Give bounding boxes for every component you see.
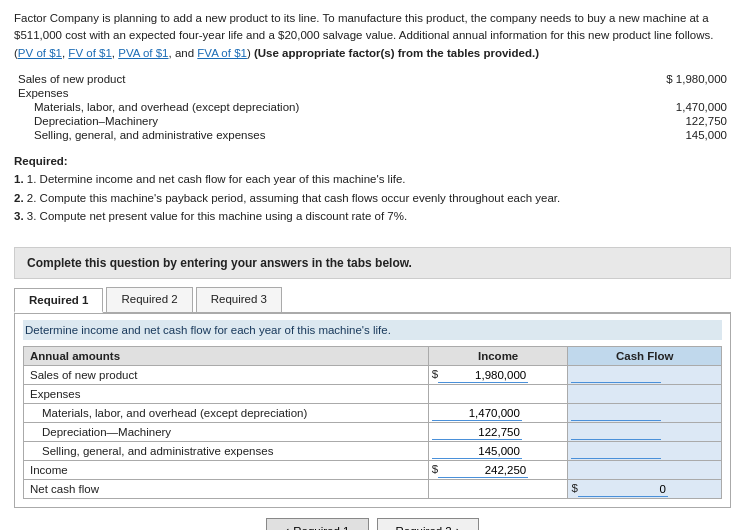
row-income-cashflow: [568, 461, 722, 480]
forward-button[interactable]: Required 2 ›: [377, 518, 479, 530]
col-header-income: Income: [428, 347, 568, 366]
row-netcash-label: Net cash flow: [24, 480, 429, 499]
income-income-input[interactable]: [438, 463, 528, 478]
materials-income-input[interactable]: [432, 406, 522, 421]
netcash-cashflow-input[interactable]: [578, 482, 668, 497]
tab-required-1[interactable]: Required 1: [14, 288, 103, 313]
complete-box-text: Complete this question by entering your …: [27, 256, 412, 270]
pva-link[interactable]: PVA of $1: [118, 47, 168, 59]
row-depreciation-label: Depreciation—Machinery: [24, 423, 429, 442]
instruction-bold: (Use appropriate factor(s) from the tabl…: [254, 47, 539, 59]
table-row: Selling, general, and administrative exp…: [24, 442, 722, 461]
materials-label: Materials, labor, and overhead (except d…: [14, 100, 544, 114]
tab-instruction-text: Determine income and net cash flow for e…: [25, 324, 391, 336]
col-header-cashflow: Cash Flow: [568, 347, 722, 366]
table-row: Materials, labor, and overhead (except d…: [24, 404, 722, 423]
sales-value: $ 1,980,000: [544, 72, 731, 86]
selling-cashflow-input[interactable]: [571, 444, 661, 459]
bottom-nav: ‹ Required 1 Required 2 ›: [14, 518, 731, 530]
materials-value: 1,470,000: [544, 100, 731, 114]
required-section: Required: 1. 1. Determine income and net…: [14, 152, 731, 226]
row-selling-income[interactable]: [428, 442, 568, 461]
row-sales-income[interactable]: $: [428, 366, 568, 385]
required-1-text: 1. Determine income and net cash flow fo…: [27, 173, 406, 185]
col-header-annual: Annual amounts: [24, 347, 429, 366]
sales-income-input[interactable]: [438, 368, 528, 383]
tabs-bar: Required 1 Required 2 Required 3: [14, 287, 731, 314]
row-selling-label: Selling, general, and administrative exp…: [24, 442, 429, 461]
tab-content: Determine income and net cash flow for e…: [14, 314, 731, 508]
depreciation-income-input[interactable]: [432, 425, 522, 440]
fva-link[interactable]: FVA of $1: [197, 47, 247, 59]
selling-income-input[interactable]: [432, 444, 522, 459]
sales-cashflow-input[interactable]: [571, 368, 661, 383]
selling-label: Selling, general, and administrative exp…: [14, 128, 544, 142]
annual-amounts-table: Annual amounts Income Cash Flow Sales of…: [23, 346, 722, 499]
expenses-label: Expenses: [14, 86, 544, 100]
table-row: Expenses: [24, 385, 722, 404]
table-row: Depreciation—Machinery: [24, 423, 722, 442]
row-income-income[interactable]: $: [428, 461, 568, 480]
row-expenses-income: [428, 385, 568, 404]
materials-cashflow-input[interactable]: [571, 406, 661, 421]
row-sales-cashflow[interactable]: [568, 366, 722, 385]
table-row: Net cash flow $: [24, 480, 722, 499]
forward-arrow-icon: ›: [456, 524, 460, 530]
depreciation-label: Depreciation–Machinery: [14, 114, 544, 128]
depreciation-cashflow-input[interactable]: [571, 425, 661, 440]
row-materials-income[interactable]: [428, 404, 568, 423]
back-label: Required 1: [293, 525, 349, 530]
fv-link[interactable]: FV of $1: [68, 47, 111, 59]
row-materials-cashflow[interactable]: [568, 404, 722, 423]
row-expenses-label: Expenses: [24, 385, 429, 404]
intro-paragraph: Factor Company is planning to add a new …: [14, 10, 731, 62]
row-expenses-cashflow: [568, 385, 722, 404]
row-sales-label: Sales of new product: [24, 366, 429, 385]
sales-label: Sales of new product: [14, 72, 544, 86]
table-row: Sales of new product $: [24, 366, 722, 385]
financial-summary-table: Sales of new product $ 1,980,000 Expense…: [14, 72, 731, 142]
required-3-text: 3. Compute net present value for this ma…: [27, 210, 407, 222]
tab-required-2[interactable]: Required 2: [106, 287, 192, 312]
pv-link[interactable]: PV of $1: [18, 47, 62, 59]
table-row: Income $: [24, 461, 722, 480]
row-depreciation-income[interactable]: [428, 423, 568, 442]
forward-label: Required 2: [396, 525, 452, 530]
row-income-label: Income: [24, 461, 429, 480]
row-selling-cashflow[interactable]: [568, 442, 722, 461]
selling-value: 145,000: [544, 128, 731, 142]
complete-box: Complete this question by entering your …: [14, 247, 731, 279]
row-depreciation-cashflow[interactable]: [568, 423, 722, 442]
tab-required-3[interactable]: Required 3: [196, 287, 282, 312]
row-materials-label: Materials, labor, and overhead (except d…: [24, 404, 429, 423]
tab-instruction: Determine income and net cash flow for e…: [23, 320, 722, 340]
row-netcash-income: [428, 480, 568, 499]
row-netcash-cashflow[interactable]: $: [568, 480, 722, 499]
required-2-text: 2. Compute this machine's payback period…: [27, 192, 560, 204]
back-button[interactable]: ‹ Required 1: [266, 518, 368, 530]
depreciation-value: 122,750: [544, 114, 731, 128]
back-arrow-icon: ‹: [285, 524, 289, 530]
